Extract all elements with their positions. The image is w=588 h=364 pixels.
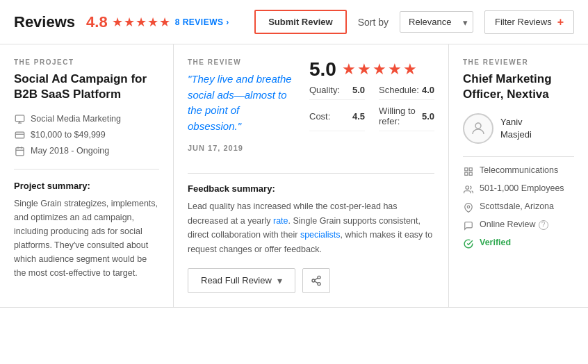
svg-line-13 — [315, 278, 318, 280]
project-budget-text: $10,000 to $49,999 — [31, 130, 106, 140]
svg-rect-18 — [469, 172, 472, 175]
score-value: 5.0 — [352, 85, 365, 95]
sort-by-label: Sort by — [358, 17, 389, 28]
score-value: 4.5 — [352, 111, 365, 122]
review-quote: "They live and breathe social ads—almost… — [188, 72, 295, 134]
score-label: Cost: — [309, 111, 330, 122]
reviewer-size-text: 501-1,000 Employees — [480, 183, 564, 193]
review-section-label: THE REVIEW — [188, 58, 295, 66]
project-service-text: Social Media Marketing — [31, 114, 121, 124]
reviewer-meta: Telecommunications 501-1,000 Employees S… — [463, 165, 574, 249]
svg-rect-16 — [469, 168, 472, 171]
svg-rect-15 — [465, 168, 468, 171]
share-icon — [311, 275, 322, 286]
svg-rect-17 — [465, 172, 468, 175]
calendar-icon — [14, 145, 25, 156]
review-divider — [188, 173, 434, 174]
score-item: Willing to refer:5.0 — [379, 106, 434, 131]
reviewer-verified: Verified — [463, 238, 574, 249]
svg-point-11 — [318, 282, 320, 285]
reviewer-verified-text: Verified — [480, 238, 511, 247]
reviewer-location-text: Scottsdale, Arizona — [480, 201, 554, 211]
reviewer-column: THE REVIEWER Chief Marketing Officer, Ne… — [449, 44, 588, 307]
score-label: Quality: — [309, 85, 340, 95]
score-label: Willing to refer: — [379, 106, 422, 126]
reviews-count[interactable]: 8 REVIEWS › — [175, 17, 229, 27]
monitor-icon — [14, 113, 25, 124]
feedback-label: Feedback summary: — [188, 183, 434, 194]
chat-icon — [463, 220, 474, 231]
svg-rect-3 — [15, 132, 24, 138]
svg-point-20 — [467, 206, 470, 208]
reviewer-divider — [463, 156, 574, 157]
review-text-col: THE REVIEW "They live and breathe social… — [188, 58, 295, 163]
project-summary-label: Project summary: — [14, 181, 159, 191]
avatar-row: Yaniv Masjedi — [463, 113, 574, 144]
svg-rect-0 — [15, 115, 24, 122]
svg-line-12 — [315, 281, 318, 283]
feedback-text: Lead quality has increased while the cos… — [188, 199, 434, 257]
svg-point-19 — [466, 186, 469, 190]
people-icon — [463, 184, 474, 195]
reviewer-name: Chief Marketing Officer, Nextiva — [463, 72, 574, 102]
avatar-name: Yaniv Masjedi — [500, 116, 532, 141]
project-meta-service: Social Media Marketing — [14, 113, 159, 124]
dollar-icon — [14, 129, 25, 140]
review-date: JUN 17, 2019 — [188, 144, 295, 152]
reviews-title: Reviews — [14, 13, 75, 31]
read-full-label: Read Full Review — [201, 275, 272, 286]
svg-point-9 — [318, 276, 320, 279]
check-circle-icon — [463, 238, 474, 249]
project-title: Social Ad Campaign for B2B SaaS Platform — [14, 72, 159, 102]
help-icon[interactable]: ? — [539, 220, 548, 230]
location-icon — [463, 202, 474, 213]
svg-point-10 — [312, 279, 315, 282]
sort-dropdown-wrapper[interactable]: Relevance — [400, 11, 473, 33]
score-item: Schedule:4.0 — [379, 85, 434, 100]
overall-score-row: 5.0 ★★★★★ — [309, 58, 434, 81]
reviewer-industry: Telecommunications — [463, 165, 574, 177]
score-item: Quality:5.0 — [309, 85, 365, 100]
rating-row: 4.8 ★★★★★ 8 REVIEWS › — [86, 13, 229, 31]
project-divider — [14, 169, 159, 169]
read-full-row: Read Full Review ▾ — [188, 268, 434, 293]
submit-review-button[interactable]: Submit Review — [254, 10, 346, 34]
project-dates-text: May 2018 - Ongoing — [31, 146, 109, 156]
reviewer-location: Scottsdale, Arizona — [463, 201, 574, 213]
scores-grid: Quality:5.0Schedule:4.0Cost:4.5Willing t… — [309, 85, 434, 131]
project-summary-text: Single Grain strategizes, implements, an… — [14, 197, 159, 280]
review-top: THE REVIEW "They live and breathe social… — [188, 58, 434, 163]
svg-point-14 — [475, 123, 481, 129]
chevron-down-icon: ▾ — [277, 275, 282, 286]
project-meta-dates: May 2018 - Ongoing — [14, 145, 159, 156]
read-full-review-button[interactable]: Read Full Review ▾ — [188, 268, 295, 293]
overall-stars: ★★★★★ — [342, 60, 418, 78]
score-label: Schedule: — [379, 85, 419, 95]
overall-score: 5.0 — [309, 58, 336, 81]
reviews-header: Reviews 4.8 ★★★★★ 8 REVIEWS › Submit Rev… — [0, 0, 588, 44]
share-button[interactable] — [302, 268, 330, 293]
review-body: THE PROJECT Social Ad Campaign for B2B S… — [0, 44, 588, 308]
filter-plus-icon: + — [557, 16, 564, 28]
rating-number: 4.8 — [86, 13, 108, 31]
project-section-label: THE PROJECT — [14, 58, 159, 66]
sort-dropdown[interactable]: Relevance — [400, 11, 473, 33]
reviewer-industry-text: Telecommunications — [480, 165, 558, 175]
score-value: 5.0 — [422, 111, 434, 122]
score-value: 4.0 — [422, 85, 434, 95]
project-meta: Social Media Marketing $10,000 to $49,99… — [14, 113, 159, 156]
project-meta-budget: $10,000 to $49,999 — [14, 129, 159, 140]
reviewer-size: 501-1,000 Employees — [463, 183, 574, 195]
review-scores-col: 5.0 ★★★★★ Quality:5.0Schedule:4.0Cost:4.… — [309, 58, 434, 163]
grid-icon — [463, 166, 474, 177]
project-column: THE PROJECT Social Ad Campaign for B2B S… — [0, 44, 174, 307]
svg-rect-5 — [15, 147, 23, 155]
review-column: THE REVIEW "They live and breathe social… — [174, 44, 449, 307]
reviewer-section-label: THE REVIEWER — [463, 58, 574, 66]
rating-stars: ★★★★★ — [112, 15, 171, 30]
reviewer-source-text: Online Review? — [480, 220, 548, 230]
reviewer-source: Online Review? — [463, 220, 574, 231]
avatar — [463, 113, 493, 144]
score-item: Cost:4.5 — [309, 106, 365, 131]
filter-reviews-button[interactable]: Filter Reviews + — [484, 10, 574, 34]
